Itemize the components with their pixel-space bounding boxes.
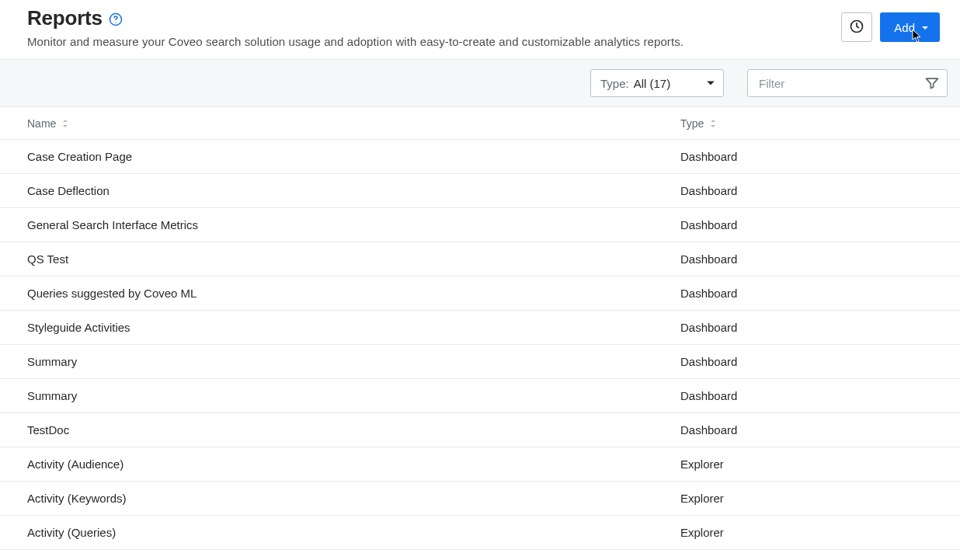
cell-name: Activity (Queries) bbox=[27, 526, 680, 539]
cell-name: Case Creation Page bbox=[27, 150, 680, 163]
page-title: Reports bbox=[27, 6, 103, 30]
cell-type: Dashboard bbox=[680, 218, 933, 231]
cell-type: Dashboard bbox=[680, 150, 933, 163]
table-row[interactable]: Activity (Queries)Explorer bbox=[0, 516, 960, 550]
sort-icon bbox=[710, 119, 716, 128]
cell-name: Activity (Keywords) bbox=[27, 492, 680, 505]
table-row[interactable]: Case Creation PageDashboard bbox=[0, 140, 960, 174]
page-header: Reports Monitor and measure your Coveo s… bbox=[0, 0, 960, 59]
cell-name: Case Deflection bbox=[27, 184, 680, 197]
cell-name: Summary bbox=[27, 355, 680, 368]
header-actions: Add bbox=[841, 6, 940, 42]
cell-name: TestDoc bbox=[27, 423, 680, 437]
table-row[interactable]: SummaryDashboard bbox=[0, 345, 960, 379]
cell-name: General Search Interface Metrics bbox=[27, 218, 680, 231]
cell-name: QS Test bbox=[27, 252, 680, 266]
table-row[interactable]: Queries suggested by Coveo MLDashboard bbox=[0, 277, 960, 311]
page-subtitle: Monitor and measure your Coveo search so… bbox=[27, 35, 683, 48]
cell-name: Styleguide Activities bbox=[27, 321, 680, 334]
cell-name: Queries suggested by Coveo ML bbox=[27, 287, 680, 300]
chevron-down-icon bbox=[706, 77, 715, 90]
table-row[interactable]: QS TestDashboard bbox=[0, 242, 960, 277]
filter-input-wrap bbox=[747, 69, 948, 97]
cell-type: Dashboard bbox=[680, 321, 933, 334]
add-button[interactable]: Add bbox=[880, 12, 940, 42]
cell-type: Dashboard bbox=[680, 184, 933, 197]
history-button[interactable] bbox=[841, 12, 872, 42]
filter-icon[interactable] bbox=[921, 72, 943, 94]
sort-icon bbox=[62, 119, 68, 128]
svg-point-1 bbox=[115, 22, 116, 23]
table-row[interactable]: Activity (Keywords)Explorer bbox=[0, 482, 960, 516]
table-row[interactable]: SummaryDashboard bbox=[0, 379, 960, 413]
column-header-name[interactable]: Name bbox=[27, 117, 68, 130]
cell-name: Activity (Audience) bbox=[27, 457, 680, 471]
table-row[interactable]: Case DeflectionDashboard bbox=[0, 174, 960, 208]
cell-type: Dashboard bbox=[680, 287, 933, 300]
add-button-label: Add bbox=[894, 21, 915, 34]
reports-table: Name Type Case Crea bbox=[0, 107, 960, 550]
cell-type: Explorer bbox=[680, 526, 933, 539]
table-row[interactable]: General Search Interface MetricsDashboar… bbox=[0, 208, 960, 242]
title-row: Reports bbox=[27, 6, 683, 30]
type-filter-value: All (17) bbox=[634, 77, 671, 90]
column-header-type-label: Type bbox=[680, 117, 704, 130]
cell-type: Dashboard bbox=[680, 355, 933, 368]
cell-type: Dashboard bbox=[680, 389, 933, 402]
column-header-type[interactable]: Type bbox=[680, 117, 716, 130]
table-body: Case Creation PageDashboardCase Deflecti… bbox=[0, 140, 960, 550]
cell-type: Explorer bbox=[680, 457, 933, 471]
help-icon[interactable] bbox=[109, 12, 123, 26]
caret-down-icon bbox=[921, 21, 929, 34]
cell-name: Summary bbox=[27, 389, 680, 402]
header-left: Reports Monitor and measure your Coveo s… bbox=[27, 6, 683, 48]
cell-type: Explorer bbox=[680, 492, 933, 505]
cell-type: Dashboard bbox=[680, 252, 933, 266]
cell-type: Dashboard bbox=[680, 423, 933, 437]
filter-input[interactable] bbox=[747, 69, 948, 97]
table-row[interactable]: Styleguide ActivitiesDashboard bbox=[0, 311, 960, 345]
type-filter-select[interactable]: Type: All (17) bbox=[590, 69, 724, 97]
filter-bar: Type: All (17) bbox=[0, 59, 960, 107]
type-filter-label: Type: bbox=[600, 77, 629, 90]
table-header: Name Type bbox=[0, 107, 960, 140]
clock-icon bbox=[849, 19, 864, 37]
table-row[interactable]: TestDocDashboard bbox=[0, 413, 960, 447]
table-row[interactable]: Activity (Audience)Explorer bbox=[0, 447, 960, 482]
column-header-name-label: Name bbox=[27, 117, 56, 130]
